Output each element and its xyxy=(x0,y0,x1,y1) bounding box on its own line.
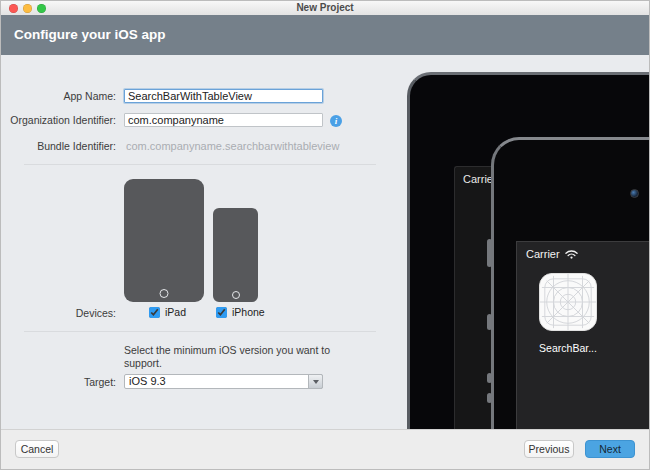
previous-button[interactable]: Previous xyxy=(524,440,574,458)
iphone-statusbar-carrier: Carrier xyxy=(526,248,560,260)
preview-iphone-screen: Carrier xyxy=(516,241,650,429)
bundle-identifier-value: com.companyname.searchbarwithtableview xyxy=(126,139,339,153)
target-dropdown-value: iOS 9.3 xyxy=(129,375,166,387)
organization-identifier-input[interactable] xyxy=(124,113,323,127)
dropdown-button[interactable] xyxy=(308,374,323,389)
device-preview-panel: Carrier Carrier xyxy=(398,55,650,429)
iphone-checkbox[interactable] xyxy=(216,307,227,318)
ipad-device-icon xyxy=(124,179,204,302)
bundle-identifier-label: Bundle Identifier: xyxy=(1,139,116,153)
window-title: New Project xyxy=(1,1,649,15)
divider xyxy=(24,164,376,165)
placeholder-app-icon[interactable] xyxy=(539,273,597,331)
titlebar: New Project xyxy=(1,1,649,15)
target-label: Target: xyxy=(1,375,116,389)
preview-iphone-frame: Carrier xyxy=(491,137,650,429)
iphone-home-button-dot xyxy=(232,291,240,299)
wifi-icon xyxy=(565,249,578,259)
organization-identifier-label: Organization Identifier: xyxy=(1,113,116,127)
iphone-checkbox-label[interactable]: iPhone xyxy=(232,306,265,319)
ipad-home-button-dot xyxy=(160,289,169,298)
iphone-device-icon xyxy=(213,208,258,302)
content-area: App Name: Organization Identifier: i Bun… xyxy=(1,55,650,429)
wizard-header: Configure your iOS app xyxy=(1,15,649,55)
info-icon[interactable]: i xyxy=(330,115,342,127)
cancel-button[interactable]: Cancel xyxy=(15,440,59,458)
app-name-label: App Name: xyxy=(1,89,116,103)
next-button[interactable]: Next xyxy=(585,440,635,458)
app-icon-label: SearchBar... xyxy=(539,342,597,354)
iphone-camera-icon xyxy=(630,189,639,198)
devices-label: Devices: xyxy=(1,306,116,320)
chevron-down-icon xyxy=(313,380,319,384)
app-name-input[interactable] xyxy=(124,89,323,103)
zoom-window-button[interactable] xyxy=(37,4,46,13)
divider xyxy=(24,331,376,332)
form-panel: App Name: Organization Identifier: i Bun… xyxy=(1,55,398,429)
page-title: Configure your iOS app xyxy=(14,27,166,42)
ipad-checkbox[interactable] xyxy=(149,307,160,318)
iphone-statusbar: Carrier xyxy=(517,242,650,260)
new-project-window: New Project Configure your iOS app App N… xyxy=(0,0,650,470)
traffic-lights xyxy=(9,4,46,13)
close-window-button[interactable] xyxy=(9,4,18,13)
ipad-checkbox-label[interactable]: iPad xyxy=(165,306,186,319)
minimize-window-button[interactable] xyxy=(23,4,32,13)
target-dropdown[interactable]: iOS 9.3 xyxy=(124,374,323,389)
footer-bar: Cancel Previous Next xyxy=(1,429,649,470)
target-help-text: Select the minimum iOS version you want … xyxy=(124,344,344,370)
